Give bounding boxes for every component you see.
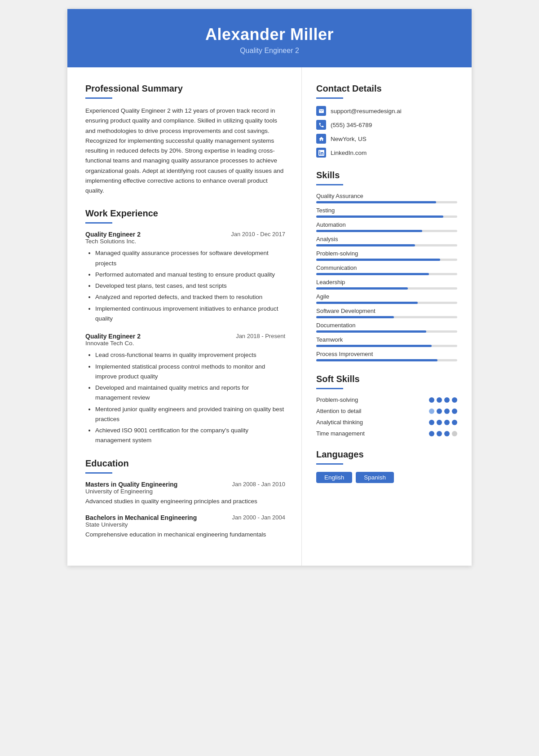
resume-header: Alexander Miller Quality Engineer 2 [67,9,472,67]
skill-bar-fill [316,316,394,318]
contact-section: Contact Details support@resumedesign.ai … [316,84,457,158]
skill-item: Automation [316,221,457,232]
soft-skill-dot [452,409,457,414]
resume-container: Alexander Miller Quality Engineer 2 Prof… [67,9,472,566]
skill-item: Teamwork [316,336,457,347]
soft-skill-dot [444,431,450,436]
email-icon [316,106,326,116]
contact-item: LinkedIn.com [316,148,457,158]
skill-bar-track [316,201,457,203]
resume-body: Professional Summary Experienced Quality… [67,67,472,566]
work-heading: Work Experience [85,208,285,219]
contact-text: support@resumedesign.ai [331,108,402,114]
skill-name: Analysis [316,236,457,242]
soft-skill-dot [437,431,442,436]
soft-skill-name: Time management [316,430,394,437]
skill-bar-fill [316,244,415,246]
summary-text: Experienced Quality Engineer 2 with 12 y… [85,106,285,196]
skill-item: Quality Assurance [316,193,457,203]
soft-skill-item: Analytical thinking [316,419,457,426]
skill-bar-fill [316,287,408,290]
language-tag: English [316,472,352,483]
skill-bar-track [316,316,457,318]
job-title: Quality Engineer 2 [85,333,141,340]
contact-list: support@resumedesign.ai (555) 345-6789 N… [316,106,457,158]
edu-school: University of Engineering [85,488,285,495]
soft-skills-section: Soft Skills Problem-solving Attention to… [316,374,457,437]
job-bullet: Performed automated and manual testing t… [95,270,285,280]
skill-bar-fill [316,259,440,261]
soft-skill-name: Attention to detail [316,408,394,414]
contact-text: NewYork, US [331,136,367,142]
edu-header: Bachelors in Mechanical Engineering Jan … [85,514,285,521]
contact-item: support@resumedesign.ai [316,106,457,116]
edu-desc: Advanced studies in quality engineering … [85,497,285,506]
skill-name: Software Development [316,308,457,314]
skill-bar-track [316,273,457,275]
soft-skill-dots [429,420,457,425]
soft-skill-dot [452,431,457,436]
contact-text: LinkedIn.com [331,149,367,156]
languages-list: EnglishSpanish [316,472,457,483]
job-bullet: Lead cross-functional teams in quality i… [95,350,285,360]
language-tag: Spanish [356,472,394,483]
soft-skill-item: Attention to detail [316,408,457,414]
job-header: Quality Engineer 2 Jan 2010 - Dec 2017 [85,231,285,238]
languages-divider [316,463,343,465]
soft-skill-dot [429,397,434,403]
skill-name: Agile [316,293,457,300]
skill-item: Analysis [316,236,457,246]
candidate-name: Alexander Miller [85,25,454,44]
contact-item: NewYork, US [316,134,457,144]
skill-bar-track [316,345,457,347]
skill-bar-fill [316,201,436,203]
skill-item: Testing [316,207,457,218]
skill-item: Process Improvement [316,351,457,361]
skills-section: Skills Quality Assurance Testing Automat… [316,170,457,361]
summary-heading: Professional Summary [85,84,285,94]
professional-summary-section: Professional Summary Experienced Quality… [85,84,285,196]
skill-bar-track [316,330,457,333]
skill-bar-fill [316,302,418,304]
edu-degree: Masters in Quality Engineering [85,481,177,488]
soft-skill-item: Time management [316,430,457,437]
soft-skill-item: Problem-solving [316,396,457,403]
skill-bar-track [316,230,457,232]
job-bullet: Developed test plans, test cases, and te… [95,281,285,291]
skill-item: Software Development [316,308,457,318]
linkedin-icon [316,148,326,158]
soft-skill-dot [444,420,450,425]
soft-skill-dot [444,409,450,414]
skill-bar-track [316,215,457,218]
job-bullet: Implemented continuous improvement initi… [95,304,285,324]
soft-skill-dot [429,431,434,436]
job-bullet: Developed and maintained quality metrics… [95,383,285,403]
skill-item: Documentation [316,322,457,333]
home-icon [316,134,326,144]
skill-bar-track [316,259,457,261]
soft-skill-dot [452,397,457,403]
languages-heading: Languages [316,449,457,460]
edu-date: Jan 2000 - Jan 2004 [232,514,285,521]
jobs-list: Quality Engineer 2 Jan 2010 - Dec 2017 T… [85,231,285,445]
soft-skill-dots [429,409,457,414]
job-bullet: Managed quality assurance processes for … [95,248,285,268]
skill-bar-track [316,287,457,290]
job-bullet: Achieved ISO 9001 certification for the … [95,426,285,446]
job-bullet: Implemented statistical process control … [95,362,285,382]
job-bullets: Managed quality assurance processes for … [85,248,285,324]
soft-skill-dot [429,420,434,425]
soft-skills-list: Problem-solving Attention to detail Anal… [316,396,457,437]
education-divider [85,472,112,474]
soft-skill-dot [429,409,434,414]
contact-text: (555) 345-6789 [331,122,372,128]
soft-skill-dot [437,409,442,414]
skill-bar-fill [316,345,432,347]
soft-skill-dots [429,431,457,436]
skill-bar-fill [316,359,437,361]
job-title: Quality Engineer 2 [85,231,141,238]
skill-name: Process Improvement [316,351,457,357]
skills-divider [316,184,343,185]
skill-bar-fill [316,273,429,275]
education-entry: Masters in Quality Engineering Jan 2008 … [85,481,285,506]
